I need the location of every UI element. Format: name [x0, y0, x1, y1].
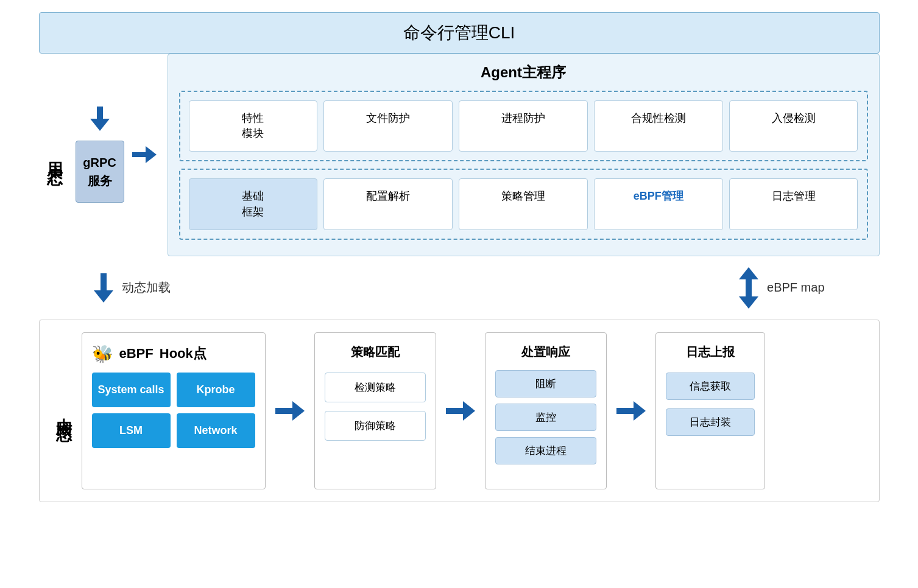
policy-to-handle-arrow	[446, 332, 475, 489]
arrow-shaft-h	[132, 152, 146, 157]
head-r-3	[634, 401, 646, 421]
cli-bar: 命令行管理CLI	[39, 12, 880, 54]
ebpf-map-arrow	[739, 267, 758, 309]
handle-title: 处置响应	[521, 344, 570, 360]
log-item-info: 信息获取	[666, 373, 755, 400]
handle-item-block: 阻断	[495, 370, 596, 397]
shaft2	[746, 279, 752, 296]
hook-buttons: System calls Kprobe LSM Network	[92, 373, 255, 448]
agent-module-config: 配置解析	[323, 178, 453, 229]
transition-left: 动态加载	[94, 273, 171, 303]
down-arrow-cli	[90, 107, 110, 131]
agent-module-policy: 策略管理	[459, 178, 588, 229]
hook-title: Hook点	[160, 345, 207, 363]
agent-title: Agent主程序	[179, 63, 868, 82]
arrow-right-big	[275, 401, 305, 421]
agent-module-file-protection: 文件防护	[323, 100, 453, 152]
arrow-right-big-2	[446, 401, 475, 421]
grpc-col: gRPC服务	[72, 54, 127, 256]
ebpf-label: eBPF	[119, 346, 154, 362]
hook-btn-network: Network	[177, 413, 255, 448]
agent-row1: 特性 模块 文件防护 进程防护 合规性检测 入侵检测	[179, 91, 868, 161]
agent-module-base: 基础 框架	[189, 178, 318, 229]
log-title: 日志上报	[686, 344, 735, 360]
shaft-h-2	[446, 408, 463, 414]
handle-to-log-arrow	[616, 332, 646, 489]
agent-module-features: 特性 模块	[189, 100, 318, 152]
grpc-box: gRPC服务	[76, 141, 124, 203]
handle-box: 处置响应 阻断 监控 结束进程	[485, 332, 607, 489]
agent-row2: 基础 框架 配置解析 策略管理 eBPF管理 日志管理	[179, 169, 868, 239]
agent-module-compliance: 合规性检测	[594, 100, 723, 152]
ebpf-icon: 🐝	[92, 344, 113, 364]
log-item-encap: 日志封装	[666, 408, 755, 436]
head	[94, 290, 113, 303]
log-box: 日志上报 信息获取 日志封装	[655, 332, 765, 489]
kernel-section: 内核态 🐝 eBPF Hook点 System calls Kprobe LSM…	[39, 320, 880, 502]
head-up	[739, 267, 758, 279]
grpc-label: gRPC服务	[83, 156, 116, 187]
arrow-right-big-3	[616, 401, 646, 421]
hook-to-policy-arrow	[275, 332, 305, 489]
arrow-head-r	[146, 146, 157, 163]
head-r-2	[463, 401, 475, 421]
agent-area: Agent主程序 特性 模块 文件防护 进程防护 合规性检测 入侵检测 基础 框…	[168, 54, 880, 256]
agent-module-intrusion: 入侵检测	[729, 100, 858, 152]
handle-item-kill: 结束进程	[495, 437, 596, 464]
user-mode-section: 用户态 gRPC服务 Agent主程序 特性 模块	[39, 54, 880, 256]
policy-box: 策略匹配 检测策略 防御策略	[314, 332, 436, 489]
hook-btn-lsm: LSM	[92, 413, 171, 448]
head-down	[739, 296, 758, 309]
shaft	[101, 273, 107, 290]
handle-item-monitor: 监控	[495, 404, 596, 431]
arrow-head	[90, 119, 110, 131]
ebpf-hook-box: 🐝 eBPF Hook点 System calls Kprobe LSM Net…	[82, 332, 266, 489]
hook-btn-syscalls: System calls	[92, 373, 171, 407]
agent-module-ebpf: eBPF管理	[594, 178, 723, 229]
arrow-shaft	[97, 107, 103, 119]
hook-btn-kprobe: Kprobe	[177, 373, 255, 407]
shaft-h	[275, 408, 292, 414]
dynamic-load-arrow	[94, 273, 113, 303]
policy-title: 策略匹配	[351, 344, 400, 360]
policy-item-detect: 检测策略	[325, 373, 426, 402]
head-r	[292, 401, 305, 421]
agent-module-log: 日志管理	[729, 178, 858, 229]
user-mode-label: 用户态	[39, 54, 72, 256]
main-container: 命令行管理CLI 用户态 gRPC服务 Agent主程序	[39, 12, 880, 502]
kernel-label: 内核态	[48, 332, 82, 489]
ebpf-hook-title: 🐝 eBPF Hook点	[92, 344, 255, 364]
dynamic-load-label: 动态加载	[122, 279, 171, 296]
agent-module-process-protection: 进程防护	[459, 100, 588, 152]
transition-right: eBPF map	[739, 267, 824, 309]
cli-title: 命令行管理CLI	[403, 23, 515, 42]
policy-item-defense: 防御策略	[325, 411, 426, 441]
transition-row: 动态加载 eBPF map	[39, 256, 880, 320]
kernel-content: 🐝 eBPF Hook点 System calls Kprobe LSM Net…	[82, 332, 870, 489]
ebpf-map-label: eBPF map	[767, 281, 824, 295]
shaft-h-3	[616, 408, 634, 414]
grpc-to-agent-arrow	[127, 54, 161, 256]
